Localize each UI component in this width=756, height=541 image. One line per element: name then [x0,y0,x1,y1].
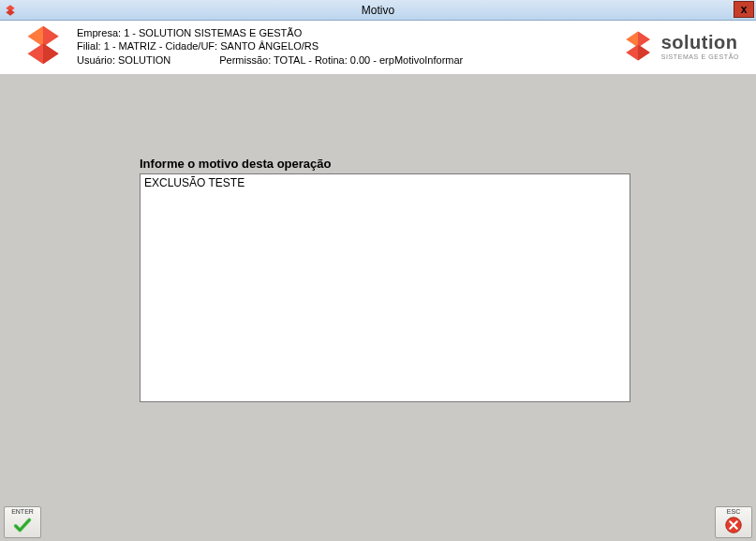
header-empresa: Empresa: 1 - SOLUTION SISTEMAS E GESTÃO [77,26,609,39]
check-icon [12,515,33,535]
svg-marker-1 [6,8,14,15]
svg-marker-3 [43,26,59,47]
window-title: Motivo [362,4,394,17]
close-button[interactable]: x [734,1,754,18]
brand-logo: solution SISTEMAS E GESTÃO [622,24,739,62]
brand-name: solution [661,33,739,52]
company-logo-icon [22,24,64,66]
header-info: Empresa: 1 - SOLUTION SISTEMAS E GESTÃO … [77,24,609,67]
reason-textarea[interactable] [140,173,630,402]
header-permissao: Permissão: TOTAL - Rotina: 0.00 - erpMot… [219,54,463,66]
app-icon [4,4,17,17]
header-filial: Filial: 1 - MATRIZ - Cidade/UF: SANTO ÂN… [77,39,609,53]
esc-button[interactable]: ESC [715,506,752,538]
brand-mark-icon [622,30,654,62]
header-band: Empresa: 1 - SOLUTION SISTEMAS E GESTÃO … [0,21,756,74]
svg-marker-5 [43,43,59,64]
reason-prompt-label: Informe o motivo desta operação [140,157,331,171]
svg-marker-9 [638,45,650,61]
enter-button[interactable]: ENTER [4,506,41,538]
svg-marker-7 [638,31,650,47]
esc-button-label: ESC [727,508,740,515]
content-area: Informe o motivo desta operação [0,74,756,504]
cancel-icon [723,515,744,535]
titlebar: Motivo x [0,0,756,21]
brand-tagline: SISTEMAS E GESTÃO [661,53,739,60]
footer-bar: ENTER ESC [0,504,756,541]
enter-button-label: ENTER [11,508,34,515]
close-icon: x [741,3,748,16]
header-usuario: Usuário: SOLUTION [77,54,170,66]
